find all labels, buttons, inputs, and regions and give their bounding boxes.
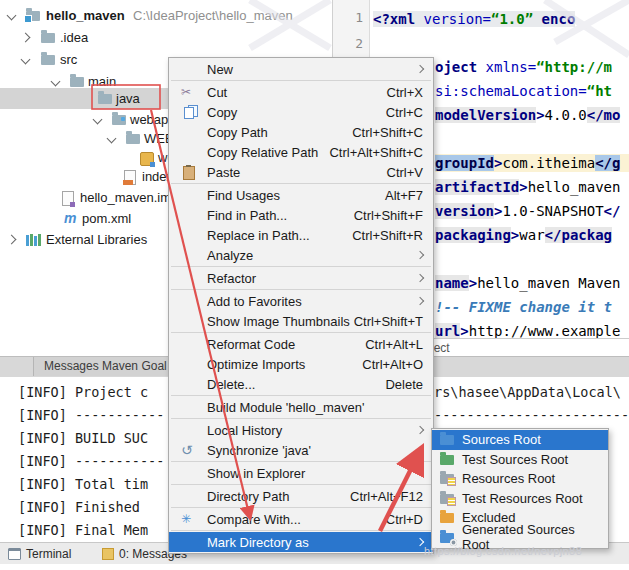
menu-item-copy[interactable]: CopyCtrl+C [169,102,433,122]
menu-item-compare-with[interactable]: ✳Compare With...Ctrl+D [169,509,433,529]
folder-icon [41,33,55,43]
maven-icon: m [64,210,76,226]
console-line: [INFO] ---------------- [18,407,166,423]
ide-window: hello_maven C:\IdeaProject\hello_maven .… [0,0,629,570]
chevron-down-icon[interactable] [107,134,117,144]
console-line: rs\hasee\AppData\Local\ [434,384,629,400]
menu-item-refactor[interactable]: Refactor [169,268,433,288]
menu-item-reformat-code[interactable]: Reformat CodeCtrl+Alt+L [169,334,433,354]
tree-item-idea[interactable]: .idea [0,27,332,48]
chevron-down-icon[interactable] [93,115,103,125]
tree-item-label: .idea [60,30,88,45]
submenu-item-generated-sources-root[interactable]: Generated Sources Root [432,528,608,548]
code-line: si:schemaLocation=“ht [435,82,612,100]
tab-messages-maven-goal[interactable]: Messages Maven Goal [33,357,178,376]
module-folder-icon [26,11,40,21]
menu-item-build-module[interactable]: Build Module 'hello_maven' [169,397,433,417]
code-line: name>hello_maven Maven [435,274,629,292]
menu-item-analyze[interactable]: Analyze [169,245,433,265]
submenu-item-test-sources-root[interactable]: Test Sources Root [432,450,608,470]
submenu-arrow-icon [416,274,424,282]
submenu-arrow-icon [416,251,424,259]
folder-icon [112,115,126,125]
menu-separator [171,507,431,508]
excluded-folder-icon [440,513,454,523]
menu-separator [171,395,431,396]
context-menu: New ✂CutCtrl+X CopyCtrl+C Copy PathCtrl+… [168,57,434,554]
console-line: -------------------------- [434,407,629,423]
console-line: [INFO] Final Mem [18,522,166,538]
menu-separator [171,484,431,485]
menu-separator [171,332,431,333]
tree-item-label: pom.xml [82,211,131,226]
tab-terminal[interactable]: Terminal [8,543,71,564]
console-line: [INFO] Finished [18,499,166,515]
mark-directory-as-submenu: Sources Root Test Sources Root Resources… [431,428,609,549]
paste-icon [183,166,195,180]
test-sources-folder-icon [440,455,454,465]
menu-item-add-to-favorites[interactable]: Add to Favorites [169,291,433,311]
resources-folder-icon [440,474,454,484]
folder-icon [98,94,112,104]
console-line: [INFO] Project c [18,384,166,400]
menu-item-find-usages[interactable]: Find UsagesAlt+F7 [169,185,433,205]
web-xml-icon [140,152,154,166]
submenu-arrow-icon [416,65,424,73]
menu-item-directory-path[interactable]: Directory PathCtrl+Alt+F12 [169,486,433,506]
submenu-item-test-resources-root[interactable]: Test Resources Root [432,489,608,509]
generated-sources-folder-icon [440,533,454,543]
console-line: [INFO] ---------------- [18,453,166,469]
submenu-arrow-icon [416,297,424,305]
menu-item-mark-directory-as[interactable]: Mark Directory as [169,532,433,552]
menu-item-optimize-imports[interactable]: Optimize ImportsCtrl+Alt+O [169,354,433,374]
submenu-item-sources-root[interactable]: Sources Root [432,430,608,450]
cut-icon: ✂ [181,85,197,99]
folder-icon [41,55,55,65]
menu-item-new[interactable]: New [169,59,433,79]
menu-item-show-in-explorer[interactable]: Show in Explorer [169,463,433,483]
tree-item-label: main [88,74,116,89]
menu-item-replace-in-path[interactable]: Replace in Path...Ctrl+Shift+R [169,225,433,245]
compare-icon: ✳ [181,512,197,526]
menu-item-paste[interactable]: PasteCtrl+V [169,162,433,182]
synchronize-icon: ↺ [181,443,197,457]
console-line: [INFO] BUILD SUC [18,430,166,446]
menu-separator [171,418,431,419]
chevron-down-icon[interactable] [7,11,17,21]
menu-item-local-history[interactable]: Local History [169,420,433,440]
tree-item-hello-maven[interactable]: hello_maven C:\IdeaProject\hello_maven [0,5,332,26]
submenu-arrow-icon [416,538,424,546]
menu-separator [171,80,431,81]
menu-item-find-in-path[interactable]: Find in Path...Ctrl+Shift+F [169,205,433,225]
menu-item-delete[interactable]: Delete...Delete [169,374,433,394]
copy-icon [184,107,194,119]
chevron-right-icon[interactable] [7,235,17,245]
tree-item-path: C:\IdeaProject\hello_maven [133,8,293,23]
menu-separator [171,289,431,290]
menu-separator [171,266,431,267]
chevron-down-icon[interactable] [51,77,61,87]
folder-icon [126,134,140,144]
jsp-file-icon [124,170,136,185]
terminal-icon [8,548,21,560]
folder-icon [70,77,84,87]
tree-item-label: src [60,52,77,67]
line-number: 1 [355,10,363,25]
tree-item-label: hello_maven.iml [80,190,174,205]
chevron-right-icon[interactable] [21,33,31,43]
code-line: <?xml version=“1.0” enco [373,10,575,28]
menu-item-synchronize[interactable]: ↺Synchronize 'java' [169,440,433,460]
menu-item-copy-path[interactable]: Copy PathCtrl+Shift+C [169,122,433,142]
menu-item-cut[interactable]: ✂CutCtrl+X [169,82,433,102]
sources-folder-icon [440,435,454,445]
chevron-down-icon[interactable] [21,55,31,65]
code-line: oject xmlns=“http://m [435,58,612,76]
menu-item-copy-relative-path[interactable]: Copy Relative PathCtrl+Alt+Shift+C [169,142,433,162]
libraries-icon [26,234,40,246]
submenu-item-resources-root[interactable]: Resources Root [432,469,608,489]
messages-tab-icon [102,548,114,560]
code-line: url>http://www.example [435,322,620,338]
tree-item-label: External Libraries [46,232,147,247]
iml-file-icon [62,191,74,206]
menu-item-show-image-thumbnails[interactable]: Show Image ThumbnailsCtrl+Shift+T [169,311,433,331]
